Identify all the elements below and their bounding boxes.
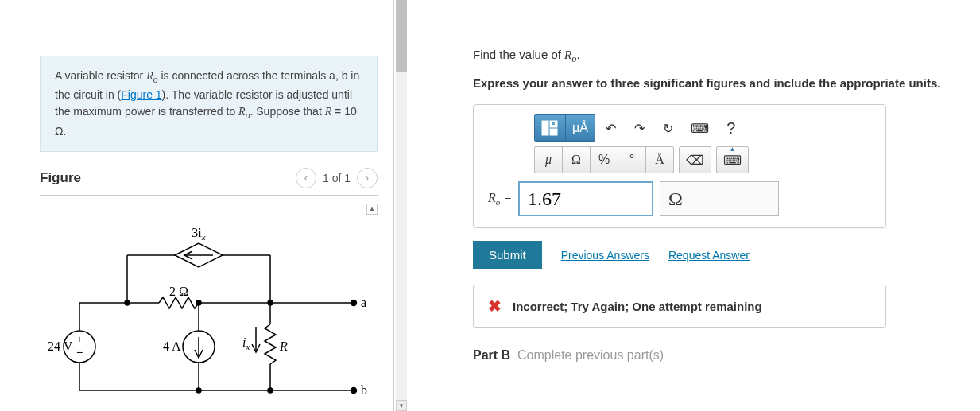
figure-title: Figure bbox=[40, 170, 81, 186]
svg-text:a: a bbox=[361, 296, 366, 309]
undo-button[interactable]: ↶ bbox=[598, 115, 624, 141]
omega-button[interactable]: Ω bbox=[562, 146, 591, 173]
figure-prev-button[interactable]: ‹ bbox=[296, 168, 316, 188]
svg-text:ix: ix bbox=[242, 335, 250, 351]
svg-point-27 bbox=[268, 300, 273, 305]
figure-link[interactable]: Figure 1 bbox=[121, 88, 161, 101]
answer-label: Ro = bbox=[488, 191, 512, 207]
svg-text:+: + bbox=[76, 334, 82, 345]
figure-nav: ‹ 1 of 1 › bbox=[296, 168, 378, 188]
svg-point-26 bbox=[196, 300, 201, 305]
incorrect-icon: ✖ bbox=[488, 297, 502, 316]
svg-point-25 bbox=[125, 300, 130, 305]
divider bbox=[40, 195, 378, 196]
question-prompt: Find the value of Ro. bbox=[473, 48, 964, 65]
svg-text:4 A: 4 A bbox=[163, 339, 181, 353]
feedback-text: Incorrect; Try Again; One attempt remain… bbox=[513, 300, 762, 313]
svg-point-24 bbox=[351, 387, 357, 393]
backspace-button[interactable]: ⌫ bbox=[679, 146, 711, 173]
variable-Ro: Ro bbox=[146, 70, 157, 82]
problem-statement: A variable resistor Ro is connected acro… bbox=[40, 56, 378, 152]
svg-text:24 V: 24 V bbox=[48, 339, 73, 353]
part-b-header: Part B Complete previous part(s) bbox=[473, 348, 964, 363]
scroll-down-button[interactable]: ▼ bbox=[396, 400, 407, 411]
submit-button[interactable]: Submit bbox=[473, 241, 542, 269]
feedback-message: ✖ Incorrect; Try Again; One attempt rema… bbox=[473, 285, 886, 328]
templates-icon bbox=[541, 120, 559, 136]
pane-divider[interactable]: ▼ bbox=[393, 0, 409, 411]
svg-text:2 Ω: 2 Ω bbox=[169, 285, 188, 298]
svg-rect-38 bbox=[542, 121, 548, 135]
unit-input[interactable]: Ω bbox=[660, 181, 779, 216]
circuit-diagram: + − bbox=[40, 219, 374, 402]
svg-rect-40 bbox=[550, 129, 557, 135]
text: . Suppose that bbox=[250, 105, 324, 118]
units-button[interactable]: μÅ bbox=[565, 114, 595, 142]
keyboard-button[interactable]: ⌨ bbox=[684, 115, 715, 141]
variable-Ro: Ro bbox=[238, 106, 250, 118]
keyboard-toggle-button[interactable]: ⌨ ▲ bbox=[716, 146, 749, 173]
templates-button[interactable] bbox=[534, 114, 566, 142]
text: A variable resistor bbox=[55, 69, 146, 82]
figure-collapse-button[interactable]: ▲ bbox=[366, 204, 378, 215]
svg-point-23 bbox=[351, 300, 357, 305]
svg-text:b: b bbox=[361, 383, 367, 397]
angstrom-button[interactable]: Å bbox=[645, 146, 674, 173]
value-input[interactable] bbox=[518, 181, 653, 216]
help-button[interactable]: ? bbox=[719, 115, 744, 141]
svg-rect-41 bbox=[552, 122, 555, 125]
previous-answers-link[interactable]: Previous Answers bbox=[561, 249, 649, 262]
figure-counter: 1 of 1 bbox=[323, 172, 351, 184]
redo-button[interactable]: ↷ bbox=[627, 115, 653, 141]
request-answer-link[interactable]: Request Answer bbox=[668, 249, 750, 262]
scroll-thumb[interactable] bbox=[396, 0, 407, 72]
figure-next-button[interactable]: › bbox=[357, 168, 378, 188]
svg-text:3ix: 3ix bbox=[192, 226, 205, 242]
svg-point-28 bbox=[196, 388, 201, 393]
question-instruction: Express your answer to three significant… bbox=[473, 76, 964, 90]
reset-button[interactable]: ↻ bbox=[656, 115, 681, 141]
svg-point-29 bbox=[268, 388, 273, 393]
svg-text:−: − bbox=[76, 346, 83, 359]
percent-button[interactable]: % bbox=[590, 146, 618, 173]
mu-button[interactable]: μ bbox=[534, 146, 563, 173]
variable-R: R bbox=[325, 106, 332, 118]
svg-text:R: R bbox=[279, 339, 288, 353]
answer-widget: μÅ ↶ ↷ ↻ ⌨ ? μ Ω % ° Å ⌫ ⌨ ▲ bbox=[473, 104, 886, 228]
degree-button[interactable]: ° bbox=[618, 146, 646, 173]
